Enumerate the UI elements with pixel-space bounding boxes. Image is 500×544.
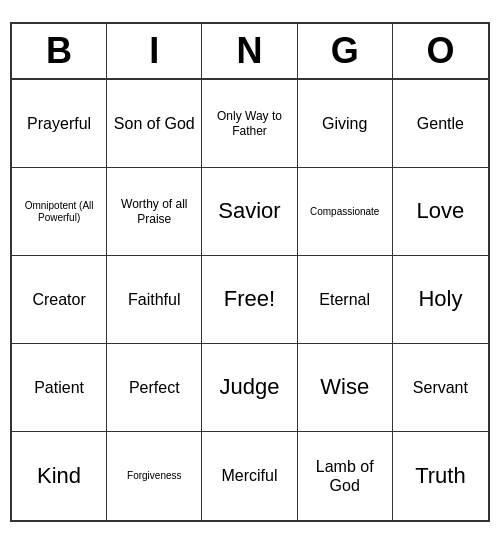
bingo-cell: Giving [298, 80, 393, 168]
bingo-cell: Faithful [107, 256, 202, 344]
bingo-cell: Holy [393, 256, 488, 344]
bingo-cell: Lamb of God [298, 432, 393, 520]
cell-text: Free! [224, 286, 275, 312]
bingo-cell: Wise [298, 344, 393, 432]
cell-text: Prayerful [27, 114, 91, 133]
cell-text: Omnipotent (All Powerful) [16, 200, 102, 224]
bingo-cell: Patient [12, 344, 107, 432]
cell-text: Son of God [114, 114, 195, 133]
bingo-cell: Only Way to Father [202, 80, 297, 168]
cell-text: Holy [418, 286, 462, 312]
bingo-cell: Judge [202, 344, 297, 432]
cell-text: Forgiveness [127, 470, 181, 482]
bingo-cell: Kind [12, 432, 107, 520]
bingo-cell: Creator [12, 256, 107, 344]
bingo-cell: Merciful [202, 432, 297, 520]
cell-text: Love [417, 198, 465, 224]
cell-text: Savior [218, 198, 280, 224]
bingo-cell: Forgiveness [107, 432, 202, 520]
bingo-cell: Love [393, 168, 488, 256]
cell-text: Compassionate [310, 206, 379, 218]
cell-text: Creator [32, 290, 85, 309]
bingo-cell: Perfect [107, 344, 202, 432]
cell-text: Truth [415, 463, 466, 489]
cell-text: Kind [37, 463, 81, 489]
cell-text: Gentle [417, 114, 464, 133]
header-letter: N [202, 24, 297, 78]
header-letter: O [393, 24, 488, 78]
bingo-header: BINGO [12, 24, 488, 80]
cell-text: Only Way to Father [206, 109, 292, 138]
bingo-cell: Eternal [298, 256, 393, 344]
bingo-cell: Omnipotent (All Powerful) [12, 168, 107, 256]
cell-text: Perfect [129, 378, 180, 397]
bingo-card: BINGO PrayerfulSon of GodOnly Way to Fat… [10, 22, 490, 522]
cell-text: Lamb of God [302, 457, 388, 495]
bingo-cell: Compassionate [298, 168, 393, 256]
bingo-cell: Gentle [393, 80, 488, 168]
bingo-cell: Prayerful [12, 80, 107, 168]
bingo-cell: Servant [393, 344, 488, 432]
cell-text: Judge [220, 374, 280, 400]
cell-text: Worthy of all Praise [111, 197, 197, 226]
bingo-cell: Free! [202, 256, 297, 344]
bingo-cell: Savior [202, 168, 297, 256]
cell-text: Patient [34, 378, 84, 397]
cell-text: Wise [320, 374, 369, 400]
cell-text: Servant [413, 378, 468, 397]
header-letter: I [107, 24, 202, 78]
cell-text: Merciful [221, 466, 277, 485]
header-letter: G [298, 24, 393, 78]
bingo-grid: PrayerfulSon of GodOnly Way to FatherGiv… [12, 80, 488, 520]
cell-text: Eternal [319, 290, 370, 309]
bingo-cell: Son of God [107, 80, 202, 168]
cell-text: Giving [322, 114, 367, 133]
bingo-cell: Worthy of all Praise [107, 168, 202, 256]
header-letter: B [12, 24, 107, 78]
cell-text: Faithful [128, 290, 180, 309]
bingo-cell: Truth [393, 432, 488, 520]
